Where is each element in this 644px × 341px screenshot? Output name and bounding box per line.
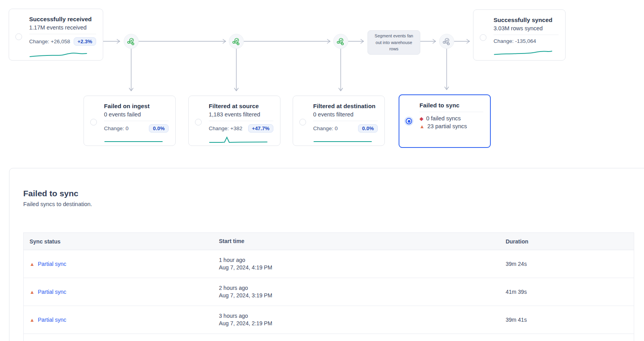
sparkline-chart [494, 48, 553, 57]
start-time-cell: 1 hour ago Aug 7, 2024, 4:19 PM [219, 256, 506, 271]
radio-successfully-synced[interactable] [480, 34, 486, 41]
sync-table: Sync status Start time Duration ▲ Partia… [23, 232, 634, 341]
panel-subtitle: Failed syncs to destination. [23, 201, 644, 207]
change-badge: +2.3% [74, 37, 96, 46]
delivery-overview-page: Successfully received 1.17M events recei… [0, 0, 644, 341]
card-failed-to-sync[interactable]: Failed to sync ◆ 0 failed syncs ▲ 23 par… [399, 94, 491, 148]
sparkline-chart [104, 136, 163, 146]
change-label: Change: +26,058 [29, 39, 70, 44]
duration-cell: 39m 24s [506, 261, 634, 267]
change-label: Change: +382 [209, 125, 242, 131]
card-title: Successfully received [29, 16, 96, 22]
failed-sync-diamond-icon: ◆ [419, 116, 423, 121]
sparkline-chart [209, 136, 268, 146]
partial-sync-link[interactable]: Partial sync [38, 317, 66, 323]
segment-network-check-icon [232, 37, 241, 46]
table-header-row: Sync status Start time Duration [24, 233, 634, 250]
duration-cell: 41m 39s [506, 289, 634, 295]
change-label: Change: 0 [104, 125, 128, 131]
card-metric: 0 events failed [104, 111, 169, 118]
partial-syncs-count: 23 partial syncs [427, 123, 467, 129]
card-filtered-at-source[interactable]: Filtered at source 1,183 events filtered… [188, 96, 280, 146]
start-time-cell: 2 hours ago Aug 7, 2024, 3:19 PM [219, 284, 506, 299]
divider [419, 112, 483, 112]
partial-sync-triangle-icon: ▲ [30, 289, 35, 295]
column-header-sync-status: Sync status [24, 238, 219, 245]
start-time-cell: 3 hours ago Aug 7, 2024, 2:19 PM [219, 312, 506, 327]
card-filtered-at-destination[interactable]: Filtered at destination 0 events filtere… [293, 96, 385, 146]
card-metric: 0 events filtered [313, 111, 378, 118]
radio-failed-to-sync[interactable] [406, 118, 412, 124]
pipeline-stage-icon [333, 34, 348, 49]
card-title: Filtered at source [209, 103, 273, 109]
timestamp: Aug 7, 2024, 4:19 PM [219, 264, 506, 271]
card-metric: 1.17M events received [29, 24, 96, 31]
radio-filtered-at-destination[interactable] [299, 119, 306, 125]
failed-syncs-count: 0 failed syncs [426, 115, 461, 122]
change-badge: 0.0% [358, 124, 378, 133]
change-label: Change: -135,064 [494, 38, 536, 44]
timestamp: Aug 7, 2024, 2:19 PM [219, 320, 506, 327]
segment-network-check-icon-gray [442, 37, 451, 46]
panel-title: Failed to sync [23, 189, 644, 198]
card-title: Failed to sync [419, 102, 483, 109]
divider [494, 35, 559, 35]
partial-sync-link[interactable]: Partial sync [38, 289, 66, 295]
column-header-duration: Duration [506, 238, 634, 245]
column-header-start-time: Start time [219, 238, 506, 245]
fanout-note-text: Segment events fan out into warehouse ro… [372, 33, 416, 52]
partial-sync-triangle-icon: ▲ [30, 262, 35, 267]
timestamp: Aug 7, 2024, 3:19 PM [219, 292, 506, 299]
sparkline-chart [313, 136, 372, 146]
radio-failed-on-ingest[interactable] [90, 119, 97, 125]
pipeline-stage-icon [439, 34, 454, 49]
failed-to-sync-panel: Failed to sync Failed syncs to destinati… [9, 168, 644, 341]
divider [209, 121, 273, 121]
change-label: Change: 0 [313, 125, 338, 131]
table-row: ▲ Partial sync 1 hour ago Aug 7, 2024, 4… [24, 250, 634, 278]
pipeline-stage-icon [124, 34, 139, 49]
relative-time: 3 hours ago [219, 312, 506, 320]
duration-cell: 39m 41s [506, 317, 634, 323]
relative-time: 2 hours ago [219, 284, 506, 292]
divider [104, 121, 169, 121]
divider [29, 34, 96, 34]
change-badge: +47.7% [248, 124, 273, 133]
divider [313, 121, 378, 121]
partial-sync-triangle-icon: ▲ [419, 124, 425, 129]
fanout-note: Segment events fan out into warehouse ro… [367, 30, 420, 55]
card-failed-on-ingest[interactable]: Failed on ingest 0 events failed Change:… [84, 96, 176, 146]
change-badge: 0.0% [149, 124, 169, 133]
card-title: Failed on ingest [104, 103, 169, 109]
card-successfully-synced[interactable]: Successfully synced 3.03M rows synced Ch… [473, 9, 566, 61]
radio-filtered-at-source[interactable] [195, 119, 202, 125]
card-title: Successfully synced [494, 17, 559, 23]
table-row: ▲ Partial sync 3 hours ago Aug 7, 2024, … [24, 306, 634, 334]
sparkline-chart [29, 49, 88, 59]
card-successfully-received[interactable]: Successfully received 1.17M events recei… [9, 9, 103, 61]
partial-sync-triangle-icon: ▲ [30, 317, 35, 323]
segment-network-check-icon [336, 37, 345, 46]
card-metric: 1,183 events filtered [209, 111, 273, 118]
segment-network-check-icon [127, 37, 135, 46]
table-row-clipped [24, 334, 634, 341]
radio-successfully-received[interactable] [15, 33, 22, 40]
partial-sync-link[interactable]: Partial sync [38, 261, 66, 267]
table-row: ▲ Partial sync 2 hours ago Aug 7, 2024, … [24, 278, 634, 306]
card-title: Filtered at destination [313, 103, 378, 109]
relative-time: 1 hour ago [219, 256, 506, 264]
card-metric: 3.03M rows synced [494, 25, 559, 31]
pipeline-stage-icon [229, 34, 244, 49]
